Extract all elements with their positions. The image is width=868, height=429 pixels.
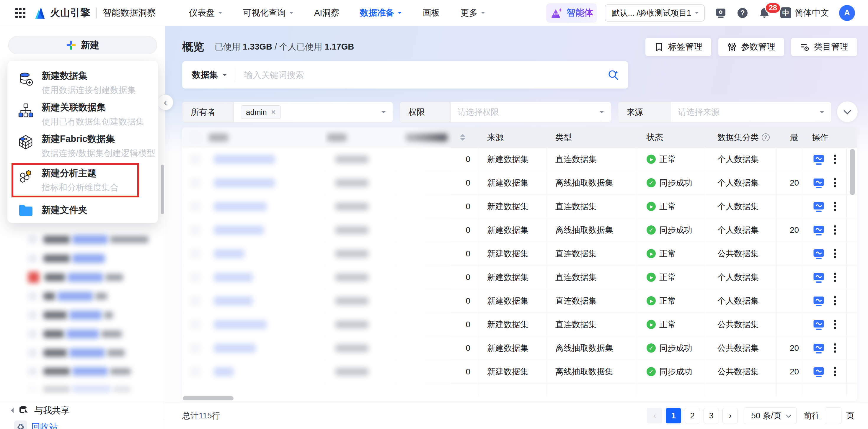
folder-tree-item-blurred[interactable] xyxy=(0,306,165,325)
parameter-management-button[interactable]: 参数管理 xyxy=(718,38,784,56)
row-checkbox-blurred[interactable] xyxy=(182,171,205,194)
search-category-select[interactable]: 数据集 xyxy=(182,69,235,81)
category-management-button[interactable]: 类目管理 xyxy=(791,38,857,56)
row-checkbox-blurred[interactable] xyxy=(182,313,205,336)
permission-filter[interactable]: 权限 请选择权限 xyxy=(400,102,611,123)
menu-item-new-analysis-topic[interactable]: 新建分析主题 指标和分析维度集合 xyxy=(7,165,158,196)
brand-name[interactable]: 火山引擎 xyxy=(50,6,90,20)
more-actions-icon[interactable] xyxy=(834,201,836,212)
search-icon[interactable] xyxy=(607,69,619,81)
row-checkbox-blurred[interactable] xyxy=(182,336,205,360)
nav-ai-insight[interactable]: AI洞察 xyxy=(314,7,339,19)
tag-management-button[interactable]: 标签管理 xyxy=(645,38,711,56)
source-filter[interactable]: 来源 请选择来源 xyxy=(618,102,831,123)
dataset-name-link-blurred[interactable] xyxy=(205,289,325,312)
more-actions-icon[interactable] xyxy=(834,154,836,165)
more-actions-icon[interactable] xyxy=(834,319,836,330)
next-page-button[interactable]: › xyxy=(722,408,738,423)
folder-tree-item-blurred[interactable] xyxy=(0,362,165,381)
dataset-name-link-blurred[interactable] xyxy=(205,360,325,383)
sidebar-scrollbar[interactable] xyxy=(161,165,164,214)
console-icon[interactable] xyxy=(715,7,726,19)
tree-collapse-icon[interactable] xyxy=(8,408,13,413)
row-checkbox-blurred[interactable] xyxy=(182,242,205,265)
more-actions-icon[interactable] xyxy=(834,177,836,188)
preview-monitor-icon[interactable] xyxy=(813,366,825,378)
header-checkbox-blurred[interactable] xyxy=(182,128,205,147)
row-checkbox-blurred[interactable] xyxy=(182,289,205,312)
goto-page-input[interactable] xyxy=(825,407,841,424)
preview-monitor-icon[interactable] xyxy=(813,201,825,212)
row-checkbox-blurred[interactable] xyxy=(182,360,205,383)
page-button-3[interactable]: 3 xyxy=(704,408,719,423)
folder-tree-item-blurred[interactable] xyxy=(0,230,165,249)
project-selector[interactable]: 默认... /验收测试项目1 xyxy=(604,4,705,22)
nav-canvas[interactable]: 画板 xyxy=(423,7,440,19)
more-actions-icon[interactable] xyxy=(834,296,836,306)
preview-monitor-icon[interactable] xyxy=(813,224,825,236)
filters-collapse-button[interactable] xyxy=(837,101,858,123)
help-circle-icon[interactable]: ? xyxy=(762,133,770,141)
folder-tree-item-blurred[interactable] xyxy=(0,381,165,400)
preview-monitor-icon[interactable] xyxy=(813,342,825,354)
owner-tag-admin[interactable]: admin× xyxy=(241,105,281,119)
product-name[interactable]: 智能数据洞察 xyxy=(103,7,156,19)
sidebar-item-shared-with-me[interactable]: 与我共享 xyxy=(0,403,165,418)
sort-icon[interactable] xyxy=(460,131,465,143)
folder-tree-item-blurred[interactable] xyxy=(0,287,165,306)
dataset-name-link-blurred[interactable] xyxy=(205,242,325,265)
folder-tree-item-blurred[interactable] xyxy=(0,249,165,268)
preview-monitor-icon[interactable] xyxy=(813,248,825,260)
dataset-name-link-blurred[interactable] xyxy=(205,313,325,336)
preview-monitor-icon[interactable] xyxy=(813,271,825,283)
sidebar-item-recycle-bin[interactable]: ♻ 回收站 xyxy=(0,418,165,429)
nav-visual-query[interactable]: 可视化查询 xyxy=(243,7,293,19)
header-count-blurred[interactable] xyxy=(396,128,478,147)
menu-item-new-folder[interactable]: 新建文件夹 xyxy=(7,200,158,220)
page-button-1[interactable]: 1 xyxy=(666,408,681,423)
nav-dashboard[interactable]: 仪表盘 xyxy=(189,7,222,19)
row-checkbox-blurred[interactable] xyxy=(182,147,205,171)
sidebar-collapse-button[interactable]: ‹ xyxy=(157,94,173,110)
menu-item-new-linked-dataset[interactable]: 新建关联数据集 使用已有数据集创建数据集 xyxy=(7,99,158,130)
row-checkbox-blurred[interactable] xyxy=(182,266,205,289)
dataset-name-link-blurred[interactable] xyxy=(205,336,325,360)
page-size-select[interactable]: 50 条/页 xyxy=(744,407,797,424)
more-actions-icon[interactable] xyxy=(834,249,836,259)
more-actions-icon[interactable] xyxy=(834,272,836,283)
menu-item-new-fabric-dataset[interactable]: 新建Fabric数据集 数据连接/数据集创建逻辑模型 xyxy=(7,130,158,162)
dataset-name-link-blurred[interactable] xyxy=(205,195,325,218)
more-actions-icon[interactable] xyxy=(834,225,836,235)
avatar[interactable]: A xyxy=(839,5,855,21)
nav-data-prep[interactable]: 数据准备 xyxy=(360,7,402,19)
menu-item-new-dataset[interactable]: 新建数据集 使用数据连接创建数据集 xyxy=(7,67,158,99)
row-checkbox-blurred[interactable] xyxy=(182,195,205,218)
dataset-name-link-blurred[interactable] xyxy=(205,147,325,171)
owner-filter[interactable]: 所有者 admin× xyxy=(182,102,393,123)
horizontal-scrollbar[interactable] xyxy=(183,396,234,400)
preview-monitor-icon[interactable] xyxy=(813,154,825,165)
preview-monitor-icon[interactable] xyxy=(813,295,825,307)
language-selector[interactable]: 中 简体中文 xyxy=(780,7,829,19)
agent-button[interactable]: 智能体 xyxy=(546,3,597,23)
dataset-name-link-blurred[interactable] xyxy=(205,218,325,242)
new-button[interactable]: 新建 xyxy=(8,36,157,54)
preview-monitor-icon[interactable] xyxy=(813,177,825,189)
search-input[interactable] xyxy=(235,70,607,80)
folder-tree-item-blurred[interactable] xyxy=(0,268,165,287)
prev-page-button[interactable]: ‹ xyxy=(647,408,662,423)
preview-monitor-icon[interactable] xyxy=(813,319,825,330)
nav-more[interactable]: 更多 xyxy=(460,7,485,19)
folder-tree-item-blurred[interactable] xyxy=(0,343,165,362)
apps-grid-icon[interactable] xyxy=(16,8,25,18)
vertical-scrollbar[interactable] xyxy=(850,149,855,195)
help-icon[interactable]: ? xyxy=(737,7,748,19)
dataset-name-link-blurred[interactable] xyxy=(205,266,325,289)
row-checkbox-blurred[interactable] xyxy=(182,218,205,242)
more-actions-icon[interactable] xyxy=(834,343,836,354)
more-actions-icon[interactable] xyxy=(834,366,836,377)
notifications-bell-icon[interactable]: 28 xyxy=(758,7,770,19)
dataset-name-link-blurred[interactable] xyxy=(205,171,325,194)
page-button-2[interactable]: 2 xyxy=(685,408,700,423)
folder-tree-item-blurred[interactable] xyxy=(0,325,165,343)
